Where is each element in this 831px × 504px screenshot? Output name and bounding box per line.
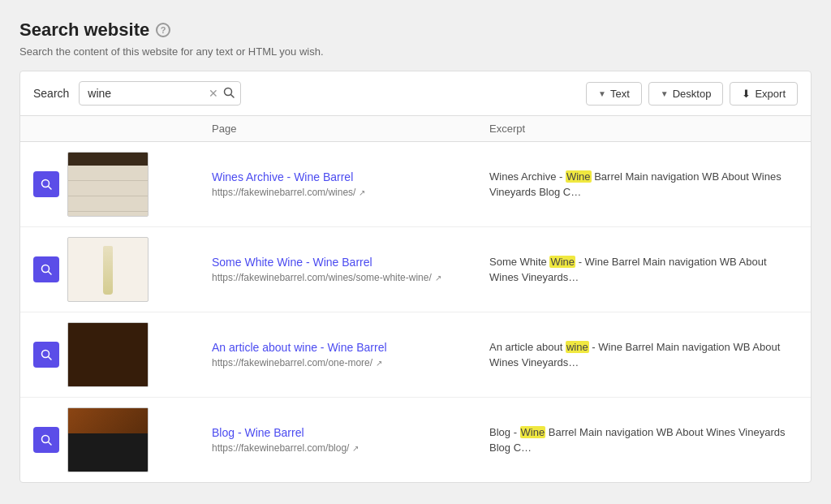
col-header-empty xyxy=(33,123,212,135)
search-label: Search xyxy=(33,87,69,100)
page-title-area: Search website ? Search the content of t… xyxy=(19,19,812,58)
text-filter-label: Text xyxy=(610,88,630,100)
search-icon xyxy=(41,179,52,190)
page-info-cell: Wines Archive - Wine Barrel https://fake… xyxy=(212,170,489,198)
preview-search-button[interactable] xyxy=(33,342,59,368)
page-result-title[interactable]: Some White Wine - Wine Barrel xyxy=(212,256,480,269)
page-title-text: Search website xyxy=(19,19,149,41)
page-url: https://fakewinebarrel.com/wines/ ↗ xyxy=(212,187,480,198)
external-link-icon: ↗ xyxy=(352,444,359,453)
external-link-icon: ↗ xyxy=(376,359,382,368)
external-link-icon: ↗ xyxy=(435,274,441,282)
search-icon xyxy=(41,349,52,360)
page-title: Search website ? xyxy=(19,19,812,41)
external-link-icon: ↗ xyxy=(359,188,365,197)
svg-line-5 xyxy=(49,272,52,275)
search-icon xyxy=(41,434,52,446)
preview-search-button[interactable] xyxy=(33,256,59,282)
search-input-wrapper: ✕ xyxy=(79,81,241,106)
excerpt-cell: Some White Wine - Wine Barrel Main navig… xyxy=(489,254,798,286)
page-info-cell: Some White Wine - Wine Barrel https://fa… xyxy=(212,256,489,283)
excerpt-before: Wines Archive - xyxy=(489,170,566,183)
arrow-down-icon-2: ▼ xyxy=(661,89,669,98)
main-card: Search ✕ ▼ Text ▼ Desk xyxy=(19,71,812,483)
preview-search-button[interactable] xyxy=(33,427,59,453)
excerpt-highlight: Wine xyxy=(566,170,592,183)
preview-cell xyxy=(33,407,212,472)
col-header-excerpt: Excerpt xyxy=(489,123,798,135)
search-icon xyxy=(41,264,52,275)
export-button[interactable]: ⬇ Export xyxy=(730,82,798,106)
page-info-cell: An article about wine - Wine Barrel http… xyxy=(212,341,489,368)
export-label: Export xyxy=(755,88,786,100)
preview-cell xyxy=(33,237,212,302)
svg-line-3 xyxy=(49,187,52,190)
preview-cell xyxy=(33,152,212,217)
download-icon: ⬇ xyxy=(742,88,751,100)
page-thumbnail xyxy=(67,407,149,472)
page-wrapper: Search website ? Search the content of t… xyxy=(0,0,831,504)
page-thumbnail xyxy=(67,237,149,302)
toolbar: Search ✕ ▼ Text ▼ Desk xyxy=(20,71,811,116)
arrow-down-icon: ▼ xyxy=(598,89,606,98)
table-header: Page Excerpt xyxy=(20,116,811,142)
excerpt-cell: Blog - Wine Barrel Main navigation WB Ab… xyxy=(489,424,798,456)
table-row: Wines Archive - Wine Barrel https://fake… xyxy=(20,142,811,227)
text-filter-button[interactable]: ▼ Text xyxy=(586,82,642,106)
excerpt-highlight: wine xyxy=(566,341,589,353)
desktop-filter-button[interactable]: ▼ Desktop xyxy=(648,82,724,106)
table-row: Blog - Wine Barrel https://fakewinebarre… xyxy=(20,398,811,482)
desktop-filter-label: Desktop xyxy=(673,88,712,100)
magnifier-icon xyxy=(223,87,235,98)
page-result-title[interactable]: Blog - Wine Barrel xyxy=(212,426,480,439)
page-result-title[interactable]: An article about wine - Wine Barrel xyxy=(212,341,480,354)
excerpt-before: An article about xyxy=(489,341,566,353)
excerpt-before: Blog - xyxy=(489,426,520,438)
page-subtitle: Search the content of this website for a… xyxy=(19,45,812,58)
toolbar-right: ▼ Text ▼ Desktop ⬇ Export xyxy=(586,82,798,106)
help-icon[interactable]: ? xyxy=(156,23,170,37)
table-row: An article about wine - Wine Barrel http… xyxy=(20,312,811,398)
excerpt-cell: Wines Archive - Wine Barrel Main navigat… xyxy=(489,169,798,200)
excerpt-highlight: Wine xyxy=(520,426,546,438)
col-header-page: Page xyxy=(212,123,489,135)
preview-search-button[interactable] xyxy=(33,171,59,197)
page-url: https://fakewinebarrel.com/blog/ ↗ xyxy=(212,442,480,454)
page-thumbnail xyxy=(67,152,149,217)
svg-line-1 xyxy=(231,94,235,97)
excerpt-cell: An article about wine - Wine Barrel Main… xyxy=(489,339,798,371)
search-submit-button[interactable] xyxy=(217,82,241,106)
table-row: Some White Wine - Wine Barrel https://fa… xyxy=(20,227,811,312)
excerpt-highlight: Wine xyxy=(549,256,575,268)
preview-cell xyxy=(33,322,212,387)
page-url: https://fakewinebarrel.com/one-more/ ↗ xyxy=(212,357,480,368)
page-info-cell: Blog - Wine Barrel https://fakewinebarre… xyxy=(212,426,489,454)
results-list: Wines Archive - Wine Barrel https://fake… xyxy=(20,142,811,482)
svg-line-9 xyxy=(49,442,52,446)
page-url: https://fakewinebarrel.com/wines/some-wh… xyxy=(212,272,480,283)
svg-line-7 xyxy=(49,357,52,360)
excerpt-before: Some White xyxy=(489,256,549,268)
page-thumbnail xyxy=(67,322,149,387)
page-result-title[interactable]: Wines Archive - Wine Barrel xyxy=(212,170,480,183)
